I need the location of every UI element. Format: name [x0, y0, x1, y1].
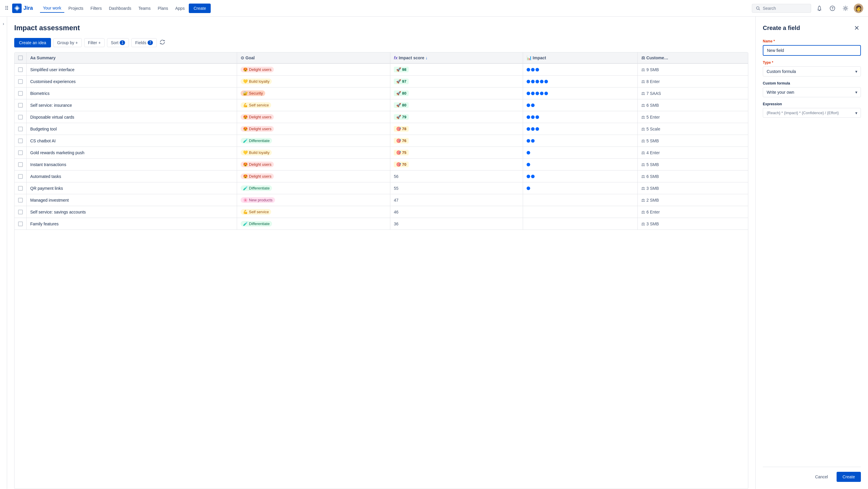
select-all-checkbox[interactable]: [18, 55, 23, 60]
cell-summary[interactable]: Biometrics: [27, 87, 237, 99]
nav-apps[interactable]: Apps: [172, 4, 188, 12]
cell-goal[interactable]: 🔐 Security: [237, 87, 390, 99]
cell-goal[interactable]: 💪 Self service: [237, 206, 390, 218]
grid-icon[interactable]: ⠿: [5, 5, 9, 11]
create-idea-button[interactable]: Create an idea: [14, 38, 51, 48]
panel-close-button[interactable]: [852, 24, 861, 32]
cell-summary[interactable]: Managed investment: [27, 194, 237, 206]
row-checkbox[interactable]: [18, 150, 23, 155]
cell-summary[interactable]: QR payment links: [27, 182, 237, 194]
name-field-input[interactable]: [763, 45, 861, 56]
nav-filters[interactable]: Filters: [87, 4, 104, 12]
sync-icon[interactable]: [159, 39, 166, 47]
cell-goal[interactable]: 🧪 Differentiate: [237, 182, 390, 194]
cell-impact-score[interactable]: 🎯 78: [390, 123, 523, 135]
avatar[interactable]: 👩: [854, 4, 863, 13]
cell-summary[interactable]: Budgeting tool: [27, 123, 237, 135]
filter-button[interactable]: Filter +: [84, 38, 104, 47]
help-button[interactable]: ?: [828, 4, 837, 13]
col-header-impact[interactable]: 📊 Impact: [523, 53, 638, 63]
row-checkbox[interactable]: [18, 162, 23, 167]
cell-summary[interactable]: Simplified user interface: [27, 63, 237, 76]
cell-summary[interactable]: Self service: insurance: [27, 99, 237, 111]
cell-goal[interactable]: 😍 Delight users: [237, 123, 390, 135]
type-select[interactable]: Custom formula Number Text Date: [763, 66, 861, 77]
row-checkbox[interactable]: [18, 198, 23, 203]
customer-type: SMB: [650, 222, 659, 226]
nav-teams[interactable]: Teams: [135, 4, 154, 12]
toolbar: Create an idea Group by + Filter + Sort …: [14, 38, 748, 48]
custom-formula-select[interactable]: Write your own RICE score ICE score: [763, 87, 861, 97]
notifications-button[interactable]: [815, 4, 824, 13]
scale-icon: ⚖: [641, 67, 645, 72]
cell-impact-score[interactable]: 🎯 70: [390, 159, 523, 171]
cell-impact-score[interactable]: 🚀 80: [390, 87, 523, 99]
cell-goal[interactable]: 😍 Delight users: [237, 159, 390, 171]
customer-value: ⚖ 8 Enter: [641, 79, 744, 84]
cell-impact: [523, 147, 638, 159]
cell-impact-score[interactable]: 🎯 75: [390, 147, 523, 159]
cell-summary[interactable]: Instant transactions: [27, 159, 237, 171]
cell-summary[interactable]: Self service: savings accounts: [27, 206, 237, 218]
cell-summary[interactable]: Disposable virtual cards: [27, 111, 237, 123]
settings-button[interactable]: [841, 4, 850, 13]
col-header-goal[interactable]: ⊙ Goal: [237, 53, 390, 63]
cell-summary[interactable]: Gold rewards marketing push: [27, 147, 237, 159]
row-checkbox[interactable]: [18, 115, 23, 119]
cell-summary[interactable]: CS chatbot AI: [27, 135, 237, 147]
cell-goal[interactable]: 🧪 Differentiate: [237, 135, 390, 147]
sidebar-toggle[interactable]: ›: [0, 17, 7, 489]
row-checkbox[interactable]: [18, 222, 23, 226]
row-checkbox[interactable]: [18, 126, 23, 132]
cell-impact-score[interactable]: 🚀 97: [390, 76, 523, 87]
cell-impact-score[interactable]: 36: [390, 218, 523, 230]
scale-icon: ⚖: [641, 91, 645, 96]
row-checkbox[interactable]: [18, 91, 23, 96]
customer-type: SMB: [650, 103, 659, 108]
table-row: Budgeting tool😍 Delight users🎯 78 ⚖ 5 Sc…: [14, 123, 748, 135]
customer-value: ⚖ 4 Enter: [641, 150, 744, 155]
cell-impact-score[interactable]: 47: [390, 194, 523, 206]
col-header-customer[interactable]: ⚖ Custome…: [638, 53, 748, 63]
group-by-button[interactable]: Group by +: [53, 38, 82, 47]
cell-goal[interactable]: 💛 Build loyalty: [237, 76, 390, 87]
nav-projects[interactable]: Projects: [65, 4, 87, 12]
row-checkbox[interactable]: [18, 79, 23, 84]
cell-impact-score[interactable]: 55: [390, 182, 523, 194]
row-checkbox[interactable]: [18, 139, 23, 143]
row-checkbox[interactable]: [18, 210, 23, 214]
cell-summary[interactable]: Customised experiences: [27, 76, 237, 87]
row-checkbox[interactable]: [18, 186, 23, 191]
cell-impact-score[interactable]: 🚀 79: [390, 111, 523, 123]
fields-button[interactable]: Fields 7: [131, 38, 157, 47]
row-checkbox[interactable]: [18, 174, 23, 179]
sort-button[interactable]: Sort 1: [107, 38, 129, 47]
cell-goal[interactable]: 😍 Delight users: [237, 63, 390, 76]
cell-goal[interactable]: 😍 Delight users: [237, 111, 390, 123]
cell-goal[interactable]: 🧪 Differentiate: [237, 218, 390, 230]
cancel-button[interactable]: Cancel: [810, 472, 833, 482]
cell-goal[interactable]: 💪 Self service: [237, 99, 390, 111]
row-checkbox[interactable]: [18, 103, 23, 108]
create-button[interactable]: Create: [837, 472, 861, 482]
cell-goal[interactable]: 💛 Build loyalty: [237, 147, 390, 159]
cell-summary[interactable]: Automated tasks: [27, 171, 237, 182]
nav-create-button[interactable]: Create: [189, 4, 211, 13]
cell-impact-score[interactable]: 🚀 80: [390, 99, 523, 111]
nav-dashboards[interactable]: Dashboards: [106, 4, 134, 12]
cell-goal[interactable]: 😍 Delight users: [237, 171, 390, 182]
logo[interactable]: Jira: [12, 4, 33, 13]
cell-impact-score[interactable]: 🚀 98: [390, 63, 523, 76]
search-box[interactable]: Search: [752, 4, 811, 13]
cell-impact-score[interactable]: 56: [390, 171, 523, 182]
nav-plans[interactable]: Plans: [155, 4, 171, 12]
cell-impact-score[interactable]: 🎯 76: [390, 135, 523, 147]
col-header-impact-score[interactable]: fx Impact score ↓: [390, 53, 523, 63]
cell-impact-score[interactable]: 46: [390, 206, 523, 218]
expression-select[interactable]: {Reach} * {Impact} * {Confidence} / {Eff…: [763, 108, 861, 118]
nav-your-work[interactable]: Your work: [40, 4, 64, 13]
cell-summary[interactable]: Family features: [27, 218, 237, 230]
col-header-summary[interactable]: Aa Summary: [27, 53, 237, 63]
cell-goal[interactable]: 🌸 New products: [237, 194, 390, 206]
row-checkbox[interactable]: [18, 67, 23, 72]
